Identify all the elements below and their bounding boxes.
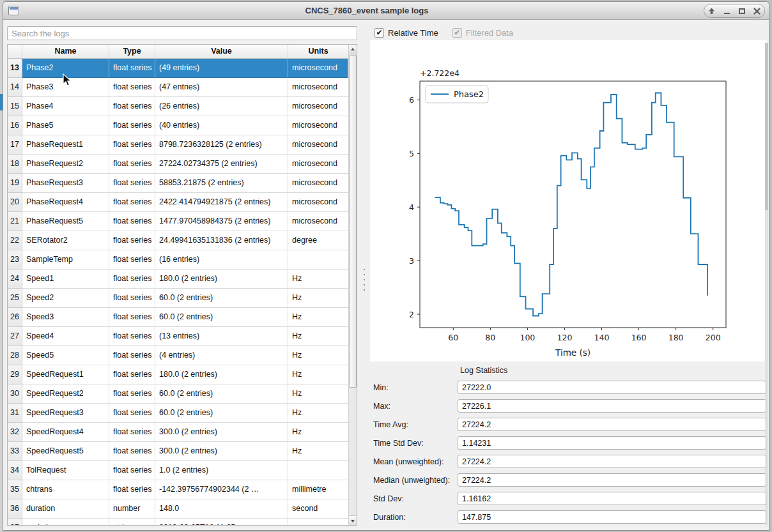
y-tick-label: 4 [409,202,414,212]
table-row[interactable]: 24Speed1float series180.0 (2 entries)Hz [8,270,348,289]
cell-name: SpeedRequest2 [22,384,109,404]
checkbox-relative-time[interactable]: ✔Relative Time [374,28,438,38]
minimize-icon [724,13,730,14]
x-tick-label: 140 [594,333,610,342]
table-row[interactable]: 32SpeedRequest4float series300.0 (2 entr… [8,423,348,442]
stat-label: Std Dev: [370,494,458,503]
cell-name: Phase2 [22,59,109,78]
right-scrollbar-thumb[interactable] [765,43,768,210]
cell-name: PhaseRequest5 [22,212,109,231]
table-row[interactable]: 23SampleTempfloat series(16 entries) [8,250,348,270]
table-body: 13Phase2float series(49 entries)microsec… [8,59,348,525]
cell-value: 300.0 (2 entries) [155,442,288,461]
stat-row: Mean (unweighted): [370,455,766,468]
checkbox-row: ✔Relative Time✔Filtered Data [370,26,513,39]
stat-value-input[interactable] [458,510,766,524]
stat-value-input[interactable] [458,473,766,487]
close-button[interactable] [752,6,762,16]
stat-value-input[interactable] [458,418,766,431]
table-row[interactable]: 31SpeedRequest3float series60.0 (2 entri… [8,404,348,423]
cell-type: float series [109,155,155,174]
x-tick-label: 100 [520,333,535,342]
x-tick-label: 60 [448,333,458,342]
log-statistics-panel: Log Statistics Min:Max:Time Avg:Time Std… [370,365,766,529]
x-tick-label: 200 [706,333,721,342]
table-row[interactable]: 25Speed2float series60.0 (2 entries)Hz [8,289,348,308]
close-icon [753,8,760,15]
table-row[interactable]: 27Speed4float series(13 entries)Hz [8,327,348,346]
cell-value: (40 entries) [155,116,288,135]
table-row[interactable]: 22SERotator2float series24.4994163513183… [8,231,348,250]
cell-units: microsecond [288,116,348,135]
shade-button[interactable] [707,6,717,16]
table-row[interactable]: 34TolRequestfloat series1.0 (2 entries) [8,461,348,480]
cell-name: chtrans [22,480,109,499]
stat-value-input[interactable] [458,436,766,450]
column-header-units[interactable]: Units [288,45,348,58]
scrollbar-thumb[interactable] [349,55,357,388]
table-row[interactable]: 20PhaseRequest4float series2422.41479492… [8,193,348,212]
row-number: 31 [8,404,22,423]
cell-name: SERotator2 [22,231,109,250]
x-tick-label: 120 [557,333,573,342]
cell-type: float series [109,135,155,155]
window-menu-icon[interactable] [8,6,19,15]
minimize-button[interactable] [722,6,732,16]
cell-name: SampleTemp [22,250,109,270]
cell-name: PhaseRequest2 [22,155,109,174]
cell-type: float series [109,384,155,404]
table-row[interactable]: 15Phase4float series(26 entries)microsec… [8,97,348,116]
titlebar[interactable]: CNCS_7860_event sample logs [3,2,769,20]
row-number: 30 [8,384,22,404]
stat-value-input[interactable] [458,399,766,413]
table-row[interactable]: 13Phase2float series(49 entries)microsec… [8,59,348,78]
column-header-value[interactable]: Value [155,45,288,58]
cell-value: 24.49941635131836 (2 entries) [155,231,288,250]
scroll-up-button[interactable] [349,45,357,54]
cell-units: Hz [288,365,348,384]
cell-type: float series [109,442,155,461]
table-row[interactable]: 14Phase3float series(47 entries)microsec… [8,78,348,97]
table-row[interactable]: 18PhaseRequest2float series27224.0273437… [8,155,348,174]
table-row[interactable]: 19PhaseRequest3float series58853.21875 (… [8,174,348,193]
stat-value-input[interactable] [458,381,766,394]
table-row[interactable]: 33SpeedRequest5float series300.0 (2 entr… [8,442,348,461]
cell-value: 300.0 (2 entries) [155,423,288,442]
table-row[interactable]: 21PhaseRequest5float series1477.97045898… [8,212,348,231]
legend-label: Phase2 [454,89,484,99]
maximize-button[interactable] [737,6,747,16]
stat-label: Time Avg: [370,420,458,429]
table-row[interactable]: 37end_timestring2019-03-25T16:11:05 [8,519,348,525]
cell-name: PhaseRequest3 [22,174,109,193]
column-header-name[interactable]: Name [22,45,109,58]
row-number: 35 [8,480,22,499]
table-vertical-scrollbar[interactable] [348,45,357,525]
stat-row: Time Avg: [370,418,766,431]
stat-row: Min: [370,381,766,394]
table-row[interactable]: 35chtransfloat series-142.39756774902344… [8,480,348,499]
cell-units: Hz [288,289,348,308]
column-header-type[interactable]: Type [109,45,155,58]
stat-value-input[interactable] [458,492,766,505]
stat-label: Time Std Dev: [370,439,458,448]
stat-value-input[interactable] [458,455,766,468]
table-row[interactable]: 29SpeedRequest1float series180.0 (2 entr… [8,365,348,384]
table-row[interactable]: 16Phase5float series(40 entries)microsec… [8,116,348,135]
cell-type: float series [109,250,155,270]
table-row[interactable]: 26Speed3float series60.0 (2 entries)Hz [8,308,348,327]
table-row[interactable]: 36durationnumber148.0second [8,499,348,519]
panel-splitter-handle[interactable] [362,269,366,291]
stat-row: Std Dev: [370,492,766,505]
checkbox-filtered-data: ✔Filtered Data [452,28,513,38]
row-number: 27 [8,327,22,346]
table-row[interactable]: 28Speed5float series(4 entries)Hz [8,346,348,365]
table-row[interactable]: 17PhaseRequest1float series8798.72363281… [8,135,348,155]
x-tick-label: 80 [485,333,495,342]
cell-value: 2019-03-25T16:11:05 [155,519,288,525]
cell-value: (13 entries) [155,327,288,346]
scroll-down-button[interactable] [349,515,357,525]
stat-label: Max: [370,402,458,411]
table-row[interactable]: 30SpeedRequest2float series60.0 (2 entri… [8,384,348,404]
cell-value: (26 entries) [155,97,288,116]
search-input[interactable] [7,26,357,40]
